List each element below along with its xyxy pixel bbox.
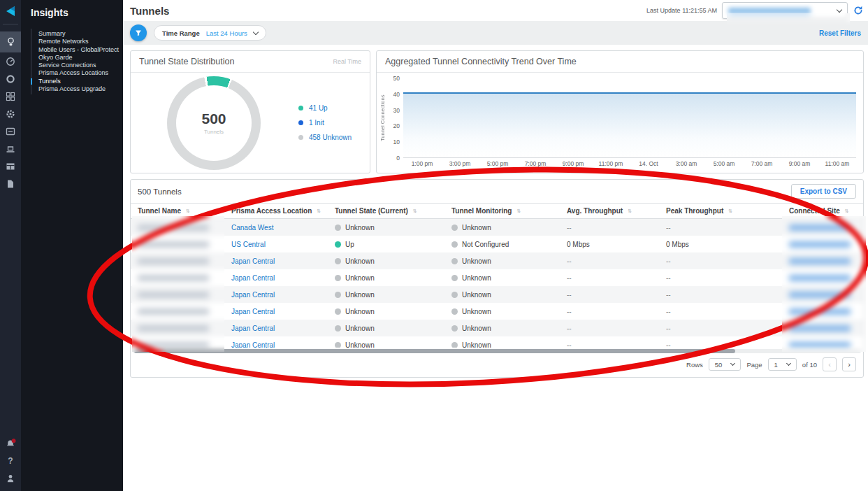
rail-item-dashboard[interactable]: [0, 52, 21, 70]
redacted-connected-site-link[interactable]: [789, 292, 851, 298]
rail-item-docs[interactable]: [0, 175, 21, 192]
legend-item-up[interactable]: 41 Up: [298, 104, 352, 112]
time-range-selector[interactable]: Time Range Last 24 Hours: [154, 25, 266, 41]
state-label: Unknown: [345, 291, 375, 299]
sidebar-item-prisma-access-upgrade[interactable]: Prisma Access Upgrade: [38, 85, 123, 93]
table-column-headers: Tunnel Name⇅Prisma Access Location⇅Tunne…: [131, 203, 863, 219]
table-header-bar: 500 Tunnels Export to CSV: [131, 180, 863, 203]
location-link[interactable]: Japan Central: [231, 341, 275, 348]
connected-site-cell: [782, 275, 863, 281]
location-link[interactable]: Japan Central: [231, 308, 275, 315]
rail-item-workflows[interactable]: [0, 157, 21, 175]
column-header-prisma-access-location[interactable]: Prisma Access Location⇅: [224, 207, 328, 215]
redacted-connected-site-link[interactable]: [789, 275, 851, 281]
table-row: Canada WestUnknownUnknown----: [131, 219, 863, 236]
rail-item-monitor[interactable]: [0, 70, 21, 87]
column-header-connected-site[interactable]: Connected Site⇅: [782, 207, 863, 215]
grid-icon: [6, 92, 15, 101]
tunnel-monitoring-cell: Unknown: [444, 224, 560, 232]
previous-page-button[interactable]: ‹: [823, 357, 837, 371]
monitoring-dot: [451, 275, 458, 281]
top-bar: Tunnels Last Update 11:21:55 AM: [123, 0, 868, 21]
refresh-button[interactable]: [853, 5, 864, 16]
column-header-tunnel-name[interactable]: Tunnel Name⇅: [131, 207, 224, 215]
rows-per-page-select[interactable]: 50: [709, 358, 742, 371]
rail-item-help[interactable]: ?: [0, 452, 21, 469]
legend-item-unknown[interactable]: 458 Unknown: [298, 134, 352, 141]
column-header-tunnel-monitoring[interactable]: Tunnel Monitoring⇅: [444, 207, 560, 215]
state-label: Unknown: [345, 257, 375, 265]
avg-throughput-cell: --: [560, 308, 659, 315]
horizontal-scrollbar-thumb[interactable]: [134, 349, 735, 353]
redacted-connected-site-link[interactable]: [789, 241, 851, 248]
export-csv-button[interactable]: Export to CSV: [791, 184, 856, 199]
location-link[interactable]: Japan Central: [231, 325, 275, 332]
sort-icon: ⇅: [845, 208, 849, 214]
redacted-tunnel-name: [138, 225, 209, 231]
sidebar-item-service-connections[interactable]: Service Connections: [38, 62, 123, 69]
rail-item-user[interactable]: [0, 469, 21, 487]
redacted-connected-site-link[interactable]: [789, 308, 851, 315]
card-icon: [6, 127, 15, 136]
next-page-button[interactable]: ›: [842, 357, 856, 371]
redacted-tunnel-name: [138, 258, 209, 264]
location-link[interactable]: Japan Central: [231, 257, 275, 265]
sidebar-item-remote-networks[interactable]: Remote Networks: [38, 38, 123, 45]
rail-item-settings[interactable]: [0, 105, 21, 122]
card-title: Tunnel State Distribution: [139, 57, 234, 66]
sidebar-item-summary[interactable]: Summary: [38, 30, 123, 38]
column-header-peak-throughput[interactable]: Peak Throughput⇅: [659, 207, 782, 215]
state-label: Unknown: [345, 224, 375, 232]
horizontal-scrollbar-track[interactable]: [133, 349, 861, 353]
sidebar-item-prisma-access-locations[interactable]: Prisma Access Locations: [38, 69, 123, 77]
table-row: Japan CentralUnknownUnknown----: [131, 252, 863, 269]
column-header-avg-throughput[interactable]: Avg. Throughput⇅: [560, 207, 659, 215]
y-axis-tick: 20: [393, 122, 400, 129]
rail-item-devices[interactable]: [0, 140, 21, 157]
location-link[interactable]: Japan Central: [231, 274, 275, 282]
time-range-value: Last 24 Hours: [206, 29, 247, 37]
table-row: Japan CentralUnknownUnknown----: [131, 269, 863, 286]
redacted-connected-site-link[interactable]: [789, 342, 851, 348]
reset-filters-link[interactable]: Reset Filters: [819, 29, 861, 37]
filter-button[interactable]: [130, 24, 147, 41]
location-link[interactable]: Japan Central: [231, 291, 275, 299]
state-dot: [335, 225, 341, 231]
x-axis-tick: 3:00 pm: [441, 160, 479, 171]
prisma-logo-icon: [4, 5, 17, 17]
rail-item-notifications[interactable]: [0, 434, 21, 452]
column-header-tunnel-state-current[interactable]: Tunnel State (Current)⇅: [328, 207, 444, 215]
location-link[interactable]: Canada West: [231, 224, 273, 232]
avg-throughput-cell: 0 Mbps: [560, 241, 659, 248]
avg-throughput-cell: --: [560, 325, 659, 332]
peak-throughput-cell: 0 Mbps: [659, 241, 782, 248]
tenant-dropdown[interactable]: [722, 2, 848, 19]
redacted-connected-site-link[interactable]: [789, 225, 851, 231]
area-series: [403, 92, 856, 157]
sidebar-item-tunnels[interactable]: Tunnels: [38, 78, 123, 85]
app-root: ? Insights SummaryRemote NetworksMobile …: [0, 0, 868, 491]
sort-icon: ⇅: [186, 208, 190, 214]
x-axis-tick: 9:00 pm: [554, 160, 592, 171]
rail-item-apps[interactable]: [0, 87, 21, 105]
sidebar-item-okyo-garde[interactable]: Okyo Garde: [38, 54, 123, 62]
legend-item-init[interactable]: 1 Init: [298, 119, 352, 127]
chevron-down-icon: [253, 29, 259, 34]
sidebar-item-mobile-users-globalprotect[interactable]: Mobile Users - GlobalProtect: [38, 46, 123, 54]
rail-item-insights[interactable]: [0, 31, 21, 52]
location-cell: Japan Central: [224, 308, 328, 315]
redacted-connected-site-link[interactable]: [789, 325, 851, 332]
tunnel-monitoring-cell: Unknown: [444, 341, 560, 348]
insights-menu: SummaryRemote NetworksMobile Users - Glo…: [31, 29, 123, 94]
page-select[interactable]: 1: [768, 358, 797, 371]
y-axis-tick: 0: [396, 155, 400, 162]
monitoring-label: Unknown: [462, 274, 491, 282]
sort-icon: ⇅: [516, 208, 521, 214]
redacted-connected-site-link[interactable]: [789, 258, 851, 264]
tunnel-state-cell: Unknown: [328, 325, 444, 332]
app-logo[interactable]: [0, 0, 21, 22]
trend-chart-card: Aggregated Tunnel Connectivity Trend Ove…: [376, 50, 864, 173]
location-link[interactable]: US Central: [231, 241, 266, 248]
rail-item-license[interactable]: [0, 122, 21, 140]
tunnel-monitoring-cell: Unknown: [444, 274, 560, 282]
